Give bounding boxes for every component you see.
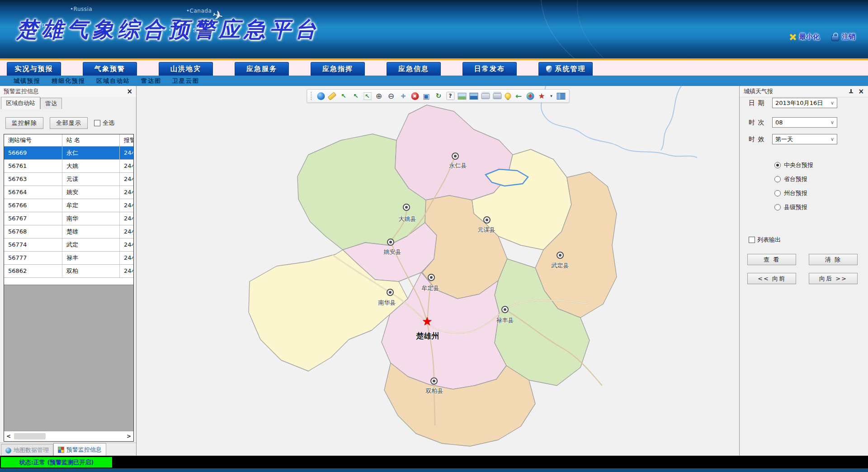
date-select[interactable]: 2013年10月16日 ∨ (772, 98, 837, 108)
star-tool-icon[interactable]: ★ (537, 91, 546, 100)
minimize-button[interactable]: 最小化 (789, 33, 820, 41)
tab-山洪地灾[interactable]: 山洪地灾 (159, 62, 213, 76)
stop-icon[interactable]: ✖ (411, 92, 419, 100)
toolbar-grip[interactable] (311, 92, 313, 100)
station-marker-武定县[interactable] (557, 252, 564, 259)
table-row-56767[interactable]: 56767南华24小时 (4, 212, 133, 225)
pan-icon[interactable]: ✚ (399, 91, 408, 100)
tab-应急信息[interactable]: 应急信息 (387, 62, 441, 76)
map-svg[interactable] (137, 86, 739, 456)
image-export-icon[interactable] (458, 93, 466, 100)
tab-实况与预报[interactable]: 实况与预报 (7, 62, 61, 76)
tab-应急指挥[interactable]: 应急指挥 (311, 62, 365, 76)
next-button[interactable]: 向后 >> (809, 273, 858, 284)
bottom-tab-地图数据管理[interactable]: 地图数据管理 (1, 444, 53, 456)
station-marker-禄丰县[interactable] (501, 306, 509, 313)
zoom-out-icon[interactable]: ⊖ (387, 91, 396, 100)
left-tab-区域自动站[interactable]: 区域自动站 (1, 97, 40, 109)
cell-alarm: 24小时 (119, 225, 133, 238)
select-box-icon[interactable]: ↖ (363, 92, 371, 100)
cell-station-id: 56763 (4, 173, 62, 186)
station-marker-姚安县[interactable] (387, 238, 394, 246)
sub-nav: 城镇预报精细化预报区域自动站雷达图卫星云图 (0, 76, 868, 86)
logout-button[interactable]: 注销 (831, 33, 855, 41)
scroll-right-icon[interactable]: > (124, 433, 133, 439)
col-station-name: 站 名 (62, 134, 119, 146)
table-row-56763[interactable]: 56763元谋24小时 (4, 173, 133, 186)
station-marker-牟定县[interactable] (428, 274, 435, 281)
checkbox-icon (94, 120, 100, 126)
marker-bulb-icon[interactable] (505, 93, 511, 99)
map-area[interactable]: 永仁县大姚县元谋县姚安县武定县牟定县南华县禄丰县双柏县★楚雄州 ↖↖↖⊕⊖✚✖▣… (137, 86, 739, 456)
measure-icon[interactable] (327, 92, 336, 100)
subnav-item-雷达图[interactable]: 雷达图 (141, 77, 161, 85)
station-marker-永仁县[interactable] (452, 153, 459, 160)
refresh-icon[interactable]: ↻ (434, 91, 443, 100)
select-icon[interactable]: ↖ (351, 91, 360, 100)
print-setup-icon[interactable] (493, 93, 501, 99)
radio-option-州台预报[interactable]: 州台预报 (774, 189, 813, 197)
show-all-button[interactable]: 全部显示 (50, 117, 88, 129)
subnav-item-精细化预报[interactable]: 精细化预报 (52, 77, 85, 85)
back-icon[interactable]: ← (514, 91, 523, 100)
print-icon[interactable] (481, 93, 490, 99)
layout-panel-icon[interactable] (557, 93, 565, 100)
shield-icon (546, 65, 552, 73)
horizontal-scrollbar[interactable]: < > (4, 431, 133, 441)
full-extent-icon[interactable]: ▣ (422, 91, 431, 100)
table-row-56761[interactable]: 56761大姚24小时 (4, 160, 133, 173)
scroll-left-icon[interactable]: < (4, 433, 13, 439)
station-marker-南华县[interactable] (387, 289, 394, 296)
save-map-icon[interactable] (469, 93, 478, 100)
lock-icon (831, 35, 839, 41)
radio-option-中央台预报[interactable]: 中央台预报 (774, 161, 813, 169)
tab-系统管理[interactable]: 系统管理 (538, 62, 593, 76)
table-row-56768[interactable]: 56768楚雄24小时 (4, 225, 133, 238)
app-title: 楚雄气象综合预警应急平台 (16, 15, 320, 44)
town-weather-panel: 城镇天气报 × 日 期 2013年10月16日 ∨ 时 次 08 ∨ (739, 86, 868, 456)
left-tab-雷达[interactable]: 雷达 (40, 98, 62, 109)
validity-select[interactable]: 第一天 ∨ (772, 134, 837, 144)
globe-icon[interactable] (317, 92, 325, 100)
close-icon[interactable]: × (858, 88, 864, 95)
subnav-item-卫星云图[interactable]: 卫星云图 (172, 77, 199, 85)
select-all-checkbox[interactable]: 全选 (94, 119, 114, 127)
table-row-56777[interactable]: 56777禄丰24小时 (4, 252, 133, 265)
bottom-tab-预警监控信息[interactable]: 预警监控信息 (53, 443, 106, 456)
add-overlay-icon[interactable]: ✚ (526, 92, 534, 100)
view-button[interactable]: 查 看 (747, 254, 796, 265)
zoom-in-icon[interactable]: ⊕ (374, 91, 383, 100)
station-marker-大姚县[interactable] (403, 204, 410, 211)
table-row-56862[interactable]: 56862双柏24小时 (4, 265, 133, 278)
pin-icon[interactable] (849, 89, 854, 94)
dropdown-caret-icon[interactable]: ▾ (549, 91, 553, 100)
tab-日常发布[interactable]: 日常发布 (462, 62, 517, 76)
table-row-56766[interactable]: 56766牟定24小时 (4, 199, 133, 212)
clear-button[interactable]: 清 除 (809, 254, 858, 265)
table-row-56669[interactable]: 56669永仁24小时 (4, 147, 133, 160)
table-row-56764[interactable]: 56764姚安24小时 (4, 186, 133, 199)
select-polygon-icon[interactable]: ↖ (339, 91, 348, 100)
list-output-checkbox[interactable]: 列表输出 (749, 236, 781, 244)
hour-select[interactable]: 08 ∨ (772, 117, 837, 128)
station-marker-元谋县[interactable] (483, 216, 491, 224)
prev-button[interactable]: << 向前 (747, 273, 796, 284)
status-badge: 状态:正常 (预警监测已开启) (1, 457, 112, 467)
scroll-thumb[interactable] (14, 433, 46, 439)
map-toolbar: ↖↖↖⊕⊖✚✖▣↻?←✚★▾ (307, 89, 569, 103)
chevron-down-icon: ∨ (830, 136, 834, 142)
close-icon[interactable]: × (127, 88, 132, 95)
subnav-item-区域自动站[interactable]: 区域自动站 (96, 77, 130, 85)
station-marker-双柏县[interactable] (430, 377, 438, 385)
radio-option-县级预报[interactable]: 县级预报 (774, 203, 813, 211)
release-monitor-button[interactable]: 监控解除 (5, 117, 43, 129)
tab-应急服务[interactable]: 应急服务 (235, 62, 289, 76)
table-row-56774[interactable]: 56774武定24小时 (4, 238, 133, 252)
tab-气象预警[interactable]: 气象预警 (83, 62, 137, 76)
identify-icon[interactable]: ? (446, 92, 454, 100)
cell-station-name: 元谋 (62, 173, 119, 186)
subnav-item-城镇预报[interactable]: 城镇预报 (14, 77, 41, 85)
radio-option-省台预报[interactable]: 省台预报 (774, 175, 813, 183)
world-map-label: •Canada (186, 8, 212, 14)
city-star-icon[interactable]: ★ (422, 315, 432, 327)
